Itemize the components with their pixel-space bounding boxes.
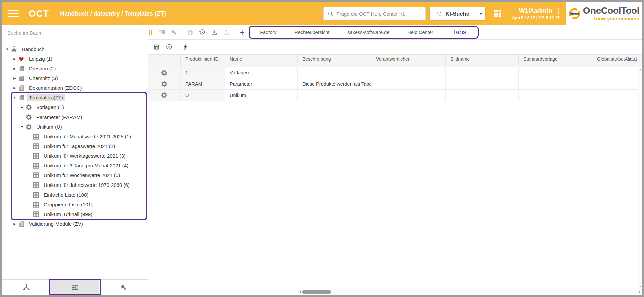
horizontal-scrollbar-thumb[interactable]	[302, 290, 331, 294]
hierarchy-view-button[interactable]	[2, 280, 50, 295]
cell-standardvorlage[interactable]	[519, 67, 592, 78]
grid-refresh-button[interactable]	[163, 41, 175, 53]
tree-search-box[interactable]	[2, 25, 148, 41]
tree-item-unikum-f-r-jahreswerte-1970-2060-6[interactable]: Unikum für Jahreswerte 1970-2060 (6)	[2, 180, 148, 190]
kebab-menu-icon[interactable]	[557, 7, 560, 14]
tree-item-unikum-f-r-3-tage-pro-monat-2021-4[interactable]: Unikum für 3 Tage pro Monat 2021 (4)	[2, 161, 148, 170]
cell-produktlinien-id[interactable]: PARAM	[181, 78, 225, 89]
tree-item-parameter-param[interactable]: Parameter (PARAM)	[2, 112, 148, 122]
cell-name[interactable]: Unikum	[225, 90, 298, 101]
cell-globalattributalias1[interactable]	[592, 90, 638, 101]
column-header-name[interactable]: Name	[225, 55, 298, 63]
tree-item-label: Dresden (2)	[27, 65, 58, 72]
column-header-verantwortlicher[interactable]: Verantwortlicher	[371, 55, 446, 63]
tools-button[interactable]	[99, 280, 148, 295]
expander-icon[interactable]: ▼	[11, 96, 18, 99]
cell-verantwortlicher[interactable]	[371, 78, 446, 89]
tree-item-unikum-f-r-monatswerte-2021-2025-1[interactable]: Unikum für Monatswerte 2021-2025 (1)	[2, 132, 148, 141]
scroll-right-arrow[interactable]: ▶	[639, 291, 641, 293]
tree-item-einfache-liste-100[interactable]: Einfache Liste (100)	[2, 190, 148, 200]
tree-item-chemnitz-3[interactable]: ▶Chemnitz (3)	[2, 73, 148, 83]
expander-icon[interactable]: ▼	[4, 47, 11, 51]
import-button[interactable]	[208, 26, 220, 39]
tab-saxess-software-de[interactable]: saxess-software.de	[338, 30, 398, 35]
cell-verantwortlicher[interactable]	[371, 67, 446, 78]
tree-item-vorlagen-1[interactable]: ▶Vorlagen (1)	[2, 102, 148, 112]
help-search-box[interactable]	[323, 7, 426, 20]
column-header-produktlinien-id[interactable]: Produktlinien-ID	[181, 55, 225, 63]
tree-item-unikum-f-r-wochenwerte-2021-5[interactable]: Unikum für Wochenwerte 2021 (5)	[2, 170, 148, 180]
tree-item-validierung-module-zv[interactable]: ▶Validierung Module (ZV)	[2, 219, 148, 229]
column-header-globalattributalias1[interactable]: GlobalattributAlias1	[592, 55, 642, 63]
cell-standardvorlage[interactable]	[519, 90, 592, 101]
scroll-down-arrow[interactable]: ▼	[639, 285, 641, 288]
cell-bildname[interactable]	[446, 90, 519, 101]
grid-save-button[interactable]	[151, 41, 163, 53]
tree-item-unikum-f-r-werktageswerte-2021-3[interactable]: Unikum für Werktageswerte 2021 (3)	[2, 151, 148, 161]
tree-item-gruppierte-liste-101[interactable]: Gruppierte Liste (101)	[2, 200, 148, 209]
horizontal-scrollbar[interactable]: ◀ ▶	[298, 289, 642, 295]
tab-rechte-bersicht[interactable]: Rechteübersicht	[286, 30, 339, 35]
cell-beschreibung[interactable]: Diese Produkte werden als Tabe…	[298, 78, 371, 89]
cell-globalattributalias1[interactable]	[592, 67, 638, 78]
export-button-disabled[interactable]	[220, 26, 232, 39]
apps-grid-icon[interactable]	[494, 10, 501, 17]
splitter-handle[interactable]	[149, 30, 152, 35]
tab-help-center[interactable]: Help Center	[398, 30, 442, 35]
expander-icon[interactable]: ▶	[19, 105, 25, 109]
cell-bildname[interactable]	[446, 67, 519, 78]
expander-icon[interactable]: ▼	[19, 125, 25, 129]
table-row[interactable]: UUnikum	[148, 90, 638, 101]
save-icon	[187, 29, 193, 35]
scroll-left-arrow[interactable]: ◀	[299, 291, 301, 293]
ki-suche-button[interactable]: KI-Suche	[430, 7, 476, 20]
cell-name[interactable]: Parameter	[225, 78, 298, 89]
grid-actions-button[interactable]	[179, 41, 191, 53]
tree-item-label: Parameter (PARAM)	[34, 113, 84, 121]
cell-beschreibung[interactable]	[298, 67, 371, 78]
panel-layout-button[interactable]	[155, 26, 168, 39]
scroll-up-arrow[interactable]: ▲	[639, 68, 641, 71]
cell-standardvorlage[interactable]	[519, 78, 592, 89]
expander-icon[interactable]: ▶	[11, 76, 18, 80]
tree-item-dresden-2[interactable]: ▶Dresden (2)	[2, 64, 148, 73]
cell-name[interactable]: Vorlagen	[225, 67, 298, 78]
menu-icon[interactable]	[8, 10, 19, 17]
row-settings-cell[interactable]	[148, 78, 181, 89]
help-search-input[interactable]	[336, 11, 421, 17]
add-tab-button[interactable]: +	[240, 28, 245, 37]
table-row[interactable]: PARAMParameterDiese Produkte werden als …	[148, 78, 638, 90]
cell-beschreibung[interactable]	[298, 90, 371, 101]
chevron-down-icon	[479, 13, 482, 15]
expander-icon[interactable]: ▶	[11, 57, 18, 61]
cell-bildname[interactable]	[446, 78, 519, 89]
cell-produktlinien-id[interactable]: U	[181, 90, 225, 101]
column-header-beschreibung[interactable]: Beschreibung	[298, 55, 371, 63]
expander-icon[interactable]: ▶	[11, 67, 18, 70]
column-header-bildname[interactable]: Bildname	[446, 55, 519, 63]
row-settings-cell[interactable]	[148, 90, 181, 101]
table-view-button[interactable]	[50, 280, 99, 295]
tree-item-handbuch[interactable]: ▼Handbuch	[2, 44, 148, 54]
cell-globalattributalias1[interactable]	[592, 78, 638, 89]
cell-verantwortlicher[interactable]	[371, 90, 446, 101]
row-settings-cell[interactable]	[148, 67, 181, 78]
tree-item-leipzig-1[interactable]: ▶Leipzig (1)	[2, 54, 148, 64]
cell-produktlinien-id[interactable]: 1	[181, 67, 225, 78]
ki-suche-dropdown-button[interactable]	[476, 7, 485, 20]
settings-wrench-button[interactable]	[168, 26, 180, 39]
vertical-scrollbar[interactable]: ▲ ▼	[638, 67, 642, 289]
tree-item-unikum-urknall-999[interactable]: Unikum_Urknall (999)	[2, 209, 148, 219]
expander-icon[interactable]: ▶	[11, 222, 18, 226]
tree-item-unikum-f-r-tageswerte-2021-2[interactable]: Unikum für Tageswerte 2021 (2)	[2, 141, 148, 151]
refresh-history-button[interactable]	[196, 26, 208, 39]
save-button-disabled[interactable]	[184, 26, 196, 39]
tree-search-input[interactable]	[7, 30, 142, 36]
tree-item-unikum-u[interactable]: ▼Unikum (U)	[2, 122, 148, 132]
tab-factory[interactable]: Factory	[251, 30, 285, 35]
tree-item-dokumentation-zdoc[interactable]: ▶Dokumentation (ZDOC)	[2, 83, 148, 93]
column-header-standardvorlage[interactable]: Standardvorlage	[519, 55, 592, 63]
expander-icon[interactable]: ▶	[11, 86, 18, 90]
tree-item-templates-zt[interactable]: ▼Templates (ZT)	[2, 93, 148, 102]
table-row[interactable]: 1Vorlagen	[148, 67, 638, 78]
